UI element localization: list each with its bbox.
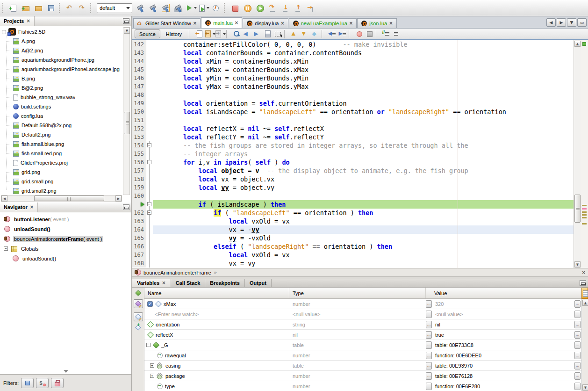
build-button[interactable] [147,2,159,14]
scrollbar-thumb[interactable] [34,196,104,201]
new-watch-icon[interactable] [135,325,141,331]
row-actions-button[interactable]: … [574,300,581,308]
back-button[interactable] [204,29,215,39]
filter-protected-button[interactable] [51,378,64,388]
editor-tab-display-lua[interactable]: display.lua× [243,18,288,28]
edit-value-button[interactable] [134,312,143,321]
new-file-button[interactable] [7,2,20,14]
filter-primitives-button[interactable] [21,378,34,388]
shift-right-button[interactable] [337,29,347,39]
step-into-button[interactable] [279,2,292,14]
tree-item[interactable]: aquariumbackgroundIPhone.jpg [0,55,131,65]
source-view-button[interactable]: Source [135,29,160,38]
close-tab-icon[interactable]: × [389,21,393,26]
row-actions-button[interactable]: … [574,341,581,349]
tree-item[interactable]: grid.small2.png [0,186,131,196]
column-header-type[interactable]: Type [289,288,426,298]
undo-button[interactable] [64,2,76,14]
fold-collapse-icon[interactable]: − [147,210,151,215]
tab-output[interactable]: Output [245,279,272,287]
navigator-panel-tab[interactable]: Navigator × [0,203,38,212]
value-editor-button[interactable]: … [426,352,432,359]
filter-special-values-button[interactable] [36,378,49,388]
code-line[interactable]: 155 -- integer arrays [132,150,588,158]
variable-row[interactable]: +packagenumber…table: 00E76128… [144,371,588,381]
close-tab-icon[interactable]: × [162,281,165,285]
code-line[interactable]: 160 [132,192,588,200]
scroll-down-icon[interactable]: ▼ [574,261,581,268]
code-line[interactable]: 151 [132,116,588,124]
tab-breakpoints[interactable]: Breakpoints [205,279,245,287]
row-actions-button[interactable]: … [574,362,581,369]
code-line[interactable]: 142 container:setFillColor( 0, 0, 0, 0) … [132,40,588,49]
scroll-down-icon[interactable]: ▼ [582,384,588,391]
run-button[interactable] [185,2,197,14]
variables-scrollbar[interactable]: ▲ ▼ [581,288,588,391]
tree-item[interactable]: config.lua [0,111,131,121]
close-icon[interactable]: × [30,205,34,210]
tab-list-dropdown-button[interactable]: ▼ [567,18,576,27]
editor-tab-main-lua[interactable]: main.lua× [201,17,242,28]
code-line[interactable]: 158 local vx = object.vx [132,175,588,183]
row-actions-button[interactable]: … [574,331,581,339]
navigator-item[interactable]: unloadSound() [0,224,131,234]
tree-item[interactable]: GliderProperties.proj [0,158,131,167]
expander-plus-icon[interactable]: + [150,363,154,368]
error-stripe-mark[interactable] [582,211,587,213]
tree-item[interactable]: Default2.png [0,130,131,139]
next-occurrence-button[interactable] [252,29,262,39]
close-tab-icon[interactable]: × [235,21,238,25]
scrollbar-thumb[interactable] [574,195,581,223]
rect-select-button[interactable] [272,29,283,39]
code-line[interactable]: 147 local yMax = containerBounds.yMax [132,82,588,91]
code-line[interactable]: 148 [132,91,588,99]
tab-call-stack[interactable]: Call Stack [171,279,206,287]
variable-row[interactable]: +easingtable…table: 00E93970… [144,361,588,371]
error-stripe-mark[interactable] [582,208,587,210]
close-tab-icon[interactable]: × [280,21,284,26]
next-bookmark-button[interactable] [300,29,310,39]
tree-item[interactable]: grid.small.png [0,177,131,186]
error-stripe-mark[interactable] [582,214,587,216]
scroll-left-icon[interactable]: ◀ [1,196,7,202]
scrollbar-thumb[interactable] [124,112,130,134]
value-editor-button[interactable]: … [426,331,432,339]
toggle-bookmark-button[interactable] [310,29,320,39]
uncomment-button[interactable] [391,29,402,39]
finish-debugger-button[interactable] [229,2,241,14]
code-line[interactable]: 163 local vxOld = vx [132,217,588,225]
debug-button[interactable] [197,2,210,14]
tree-item[interactable]: aquariumbackgroundIPhoneLandscape.jpg [0,65,131,74]
editor-tab-json-lua[interactable]: json.lua× [357,18,396,28]
row-actions-button[interactable]: … [574,383,581,390]
code-line[interactable]: 152 local reflectX = nil ~= self.reflect… [132,124,588,133]
column-header-value[interactable]: Value [426,288,588,298]
open-project-button[interactable] [32,2,45,14]
new-project-button[interactable] [20,2,32,14]
toggle-highlight-button[interactable] [262,29,272,39]
expander-minus-icon[interactable]: − [2,30,6,34]
step-out-button[interactable] [292,2,304,14]
variable-row[interactable]: reflectXnil…true… [144,330,588,340]
value-editor-button[interactable]: … [426,383,432,390]
stop-macro-button[interactable] [364,29,374,39]
scroll-right-icon[interactable]: ▶ [115,196,122,202]
expander-minus-icon[interactable]: − [146,343,151,347]
breadcrumb[interactable]: bounceAnimation:enterFrame [143,270,211,275]
tree-item[interactable]: −Fishies2.5D [0,27,131,36]
prev-bookmark-button[interactable] [289,29,300,39]
value-editor-button[interactable]: … [426,341,432,349]
code-line[interactable]: 166 elseif ( "landscapeRight" == orienta… [132,242,588,251]
edit-watch-button[interactable] [134,299,143,308]
tree-item[interactable]: B.png [0,74,131,83]
row-actions-button[interactable]: … [574,372,581,380]
tree-item[interactable]: A.png [0,36,131,46]
fold-collapse-icon[interactable]: − [147,143,151,147]
tab-variables[interactable]: Variables× [132,279,171,287]
configuration-select[interactable]: default [97,3,132,13]
value-editor-button[interactable]: … [426,372,432,380]
comment-button[interactable] [381,29,391,39]
run-to-cursor-button[interactable] [304,2,317,14]
code-line[interactable]: 143 local containerBounds = container.co… [132,49,588,57]
prev-occurrence-button[interactable] [242,29,252,39]
